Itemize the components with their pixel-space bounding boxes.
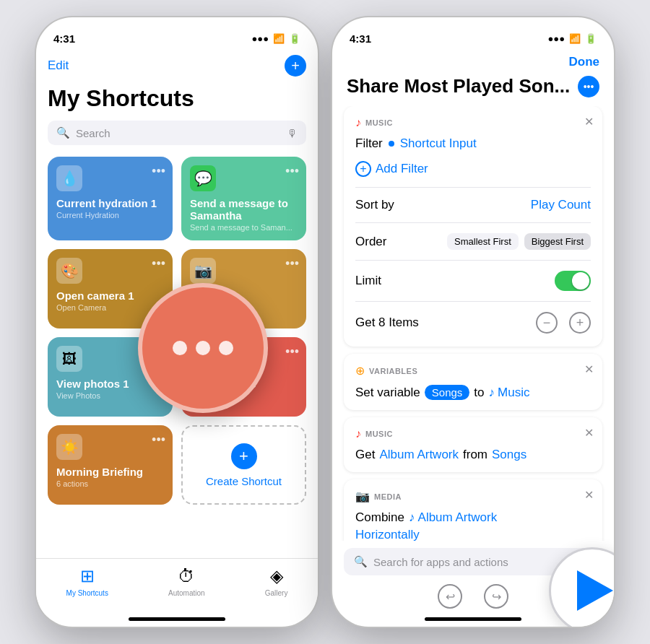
gallery-tab-label: Gallery (265, 589, 288, 597)
media-badge: MEDIA (374, 492, 402, 501)
order-buttons: Smallest First Biggest First (447, 233, 591, 250)
saycheese-icon: 📷 (190, 258, 216, 284)
combine-adverb[interactable]: Horizontally (355, 528, 420, 541)
variables-close-button[interactable]: ✕ (584, 362, 594, 376)
var-to-label: to (474, 386, 484, 400)
search-bar[interactable]: 🔍 Search 🎙 (48, 121, 306, 145)
music-get-card: ♪ MUSIC ✕ Get Album Artwork from Songs (344, 417, 602, 472)
divider-1 (355, 187, 591, 188)
music-close-button[interactable]: ✕ (584, 426, 594, 440)
hydration-title: Current hydration 1 (56, 197, 164, 209)
right-wifi-icon: 📶 (569, 33, 581, 44)
filter-close-button[interactable]: ✕ (584, 115, 594, 129)
divider-4 (355, 301, 591, 302)
card-more-share[interactable]: ••• (285, 344, 299, 360)
search-bottom-input[interactable]: Search for apps and actions (373, 556, 508, 568)
variables-icon: ⊕ (355, 364, 365, 378)
get-from-value[interactable]: Songs (492, 448, 526, 462)
music-note-icon-filter: ♪ (355, 116, 361, 129)
message-icon: 💬 (190, 165, 216, 191)
filter-card-header: ♪ MUSIC (355, 116, 591, 129)
variables-card-header: ⊕ VARIABLES (355, 364, 591, 378)
sort-label: Sort by (355, 198, 394, 212)
items-controls: − + (536, 312, 591, 334)
phones-container: 4:31 ●●● 📶 🔋 Edit + My Shortcuts 🔍 Searc… (36, 17, 614, 627)
media-card-header: 📷 MEDIA (355, 489, 591, 503)
dot-2 (196, 341, 210, 355)
left-time: 4:31 (53, 32, 75, 45)
items-increment-button[interactable]: + (569, 312, 591, 334)
search-icon: 🔍 (56, 126, 70, 139)
limit-label: Limit (355, 274, 381, 288)
sort-row: Sort by Play Count (355, 195, 591, 215)
music-badge: MUSIC (365, 430, 393, 438)
tab-gallery[interactable]: ◈ Gallery (265, 566, 288, 597)
create-shortcut-button[interactable]: + Create Shortcut (206, 443, 282, 487)
items-label: Get 8 Items (355, 316, 419, 330)
biggest-first-button[interactable]: Biggest First (524, 233, 591, 250)
briefing-icon: ☀️ (56, 434, 82, 460)
smallest-first-button[interactable]: Smallest First (447, 233, 519, 250)
shortcut-hydration[interactable]: ••• 💧 Current hydration 1 Current Hydrat… (48, 157, 173, 240)
card-more-camera[interactable]: ••• (152, 256, 165, 271)
card-more-briefing[interactable]: ••• (152, 432, 165, 448)
tab-automation[interactable]: ⏱ Automation (168, 566, 205, 597)
add-filter-text[interactable]: Add Filter (376, 162, 428, 176)
message-subtitle: Send a message to Saman... (190, 223, 298, 232)
combine-value[interactable]: ♪ Album Artwork (409, 510, 497, 525)
camera-subtitle: Open Camera (56, 303, 164, 312)
artwork-label: Album Artwork (418, 510, 498, 525)
shortcut-message[interactable]: ••• 💬 Send a message to Samantha Send a … (181, 157, 306, 240)
filter-dot (389, 141, 394, 147)
get-from-label: from (463, 448, 488, 462)
right-home-indicator (425, 617, 521, 621)
filter-row: Filter Shortcut Input (355, 136, 591, 151)
undo-button[interactable]: ↩ (438, 584, 462, 609)
add-filter-row[interactable]: + Add Filter (355, 158, 591, 180)
add-shortcut-button[interactable]: + (285, 55, 306, 77)
battery-icon: 🔋 (289, 33, 300, 44)
media-close-button[interactable]: ✕ (584, 488, 594, 502)
actions-scroll[interactable]: ♪ MUSIC ✕ Filter Shortcut Input + Add Fi… (332, 106, 614, 541)
message-title: Send a message to Samantha (190, 197, 298, 222)
left-top-bar: Edit + (48, 49, 306, 82)
combine-label: Combine (355, 510, 404, 525)
search-input[interactable]: Search (76, 127, 281, 139)
done-button[interactable]: Done (569, 55, 600, 69)
dot-1 (173, 341, 187, 355)
overlay-more-circle[interactable] (138, 283, 268, 413)
shortcuts-tab-label: My Shortcuts (66, 589, 108, 597)
page-title: My Shortcuts (48, 85, 306, 112)
shortcuts-tab-icon: ⊞ (80, 566, 95, 586)
create-plus-icon: + (231, 443, 257, 469)
card-more-message[interactable]: ••• (285, 164, 299, 179)
dot-3 (219, 341, 233, 355)
card-more-saycheese[interactable]: ••• (285, 256, 299, 271)
set-var-label: Set variable (355, 386, 420, 400)
order-row: Order Smallest First Biggest First (355, 230, 591, 253)
camera-title: Open camera 1 (56, 290, 164, 302)
right-content: Done Share Most Played Son... ••• ♪ MUSI… (332, 49, 614, 617)
combine-row: Combine ♪ Album Artwork (355, 510, 591, 525)
get-value[interactable]: Album Artwork (379, 448, 459, 462)
tab-my-shortcuts[interactable]: ⊞ My Shortcuts (66, 566, 108, 597)
items-decrement-button[interactable]: − (536, 312, 558, 334)
briefing-subtitle: 6 actions (56, 479, 164, 488)
media-card: 📷 MEDIA ✕ Combine ♪ Album Artwork Horizo… (344, 479, 602, 541)
camera-icon: 🎨 (56, 258, 82, 284)
music-ref[interactable]: ♪ Music (489, 386, 530, 400)
edit-button[interactable]: Edit (48, 58, 69, 73)
sort-value[interactable]: Play Count (531, 198, 591, 212)
divider-2 (355, 222, 591, 223)
order-label: Order (355, 235, 386, 249)
variable-name-pill[interactable]: Songs (425, 385, 470, 400)
redo-button[interactable]: ↪ (484, 584, 508, 609)
create-shortcut-card[interactable]: + Create Shortcut (181, 425, 306, 505)
card-more-hydration[interactable]: ••• (152, 164, 165, 179)
limit-toggle[interactable] (555, 271, 591, 291)
briefing-title: Morning Briefing (56, 466, 164, 478)
filter-value[interactable]: Shortcut Input (400, 136, 477, 151)
shortcut-briefing[interactable]: ••• ☀️ Morning Briefing 6 actions (48, 425, 173, 505)
right-status-icons: ●●● 📶 🔋 (547, 33, 597, 44)
shortcut-more-button[interactable]: ••• (578, 76, 599, 97)
